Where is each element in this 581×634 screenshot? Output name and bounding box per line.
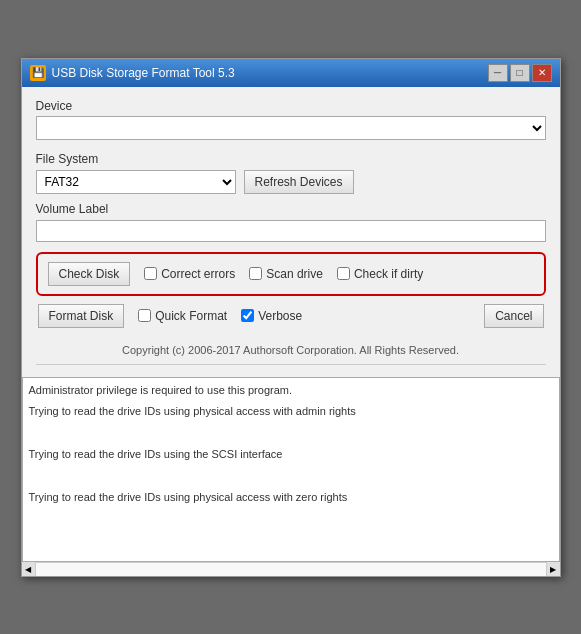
format-disk-button[interactable]: Format Disk: [38, 304, 125, 328]
correct-errors-checkbox[interactable]: [144, 267, 157, 280]
device-section: Device: [36, 99, 546, 148]
verbose-label: Verbose: [258, 309, 302, 323]
volume-label: Volume Label: [36, 202, 546, 216]
check-disk-button[interactable]: Check Disk: [48, 262, 131, 286]
log-line-5: [29, 468, 553, 486]
title-controls: ─ □ ✕: [488, 64, 552, 82]
filesystem-row: FAT32 FAT NTFS exFAT Refresh Devices: [36, 170, 546, 194]
title-bar-left: 💾 USB Disk Storage Format Tool 5.3: [30, 65, 235, 81]
refresh-devices-button[interactable]: Refresh Devices: [244, 170, 354, 194]
log-area[interactable]: Administrator privilege is required to u…: [22, 377, 560, 562]
quick-format-checkbox-label[interactable]: Quick Format: [138, 309, 227, 323]
log-line-4: Trying to read the drive IDs using the S…: [29, 446, 553, 464]
filesystem-label: File System: [36, 152, 546, 166]
main-content: Device File System FAT32 FAT NTFS exFAT …: [22, 87, 560, 377]
title-bar: 💾 USB Disk Storage Format Tool 5.3 ─ □ ✕: [22, 59, 560, 87]
device-label: Device: [36, 99, 546, 113]
check-disk-section: Check Disk Correct errors Scan drive Che…: [36, 252, 546, 296]
scroll-right-btn[interactable]: ▶: [546, 562, 560, 576]
check-if-dirty-checkbox[interactable]: [337, 267, 350, 280]
quick-format-checkbox[interactable]: [138, 309, 151, 322]
log-line-2: Trying to read the drive IDs using physi…: [29, 403, 553, 421]
log-line-6: Trying to read the drive IDs using physi…: [29, 489, 553, 507]
scrollbar-track: [36, 563, 546, 576]
window-title: USB Disk Storage Format Tool 5.3: [52, 66, 235, 80]
filesystem-select[interactable]: FAT32 FAT NTFS exFAT: [36, 170, 236, 194]
check-if-dirty-label: Check if dirty: [354, 267, 423, 281]
correct-errors-checkbox-label[interactable]: Correct errors: [144, 267, 235, 281]
quick-format-label: Quick Format: [155, 309, 227, 323]
horizontal-scrollbar[interactable]: ◀ ▶: [22, 562, 560, 576]
close-button[interactable]: ✕: [532, 64, 552, 82]
verbose-checkbox[interactable]: [241, 309, 254, 322]
log-line-3: [29, 425, 553, 443]
main-window: 💾 USB Disk Storage Format Tool 5.3 ─ □ ✕…: [21, 58, 561, 577]
log-line-1: Administrator privilege is required to u…: [29, 382, 553, 400]
device-select[interactable]: [36, 116, 546, 140]
correct-errors-label: Correct errors: [161, 267, 235, 281]
app-icon: 💾: [30, 65, 46, 81]
check-if-dirty-checkbox-label[interactable]: Check if dirty: [337, 267, 423, 281]
minimize-button[interactable]: ─: [488, 64, 508, 82]
scroll-left-btn[interactable]: ◀: [22, 562, 36, 576]
verbose-checkbox-label[interactable]: Verbose: [241, 309, 302, 323]
maximize-button[interactable]: □: [510, 64, 530, 82]
cancel-button[interactable]: Cancel: [484, 304, 543, 328]
copyright-text: Copyright (c) 2006-2017 Authorsoft Corpo…: [36, 338, 546, 365]
scan-drive-label: Scan drive: [266, 267, 323, 281]
volume-input[interactable]: [36, 220, 546, 242]
scan-drive-checkbox-label[interactable]: Scan drive: [249, 267, 323, 281]
scan-drive-checkbox[interactable]: [249, 267, 262, 280]
format-section: Format Disk Quick Format Verbose Cancel: [36, 304, 546, 328]
